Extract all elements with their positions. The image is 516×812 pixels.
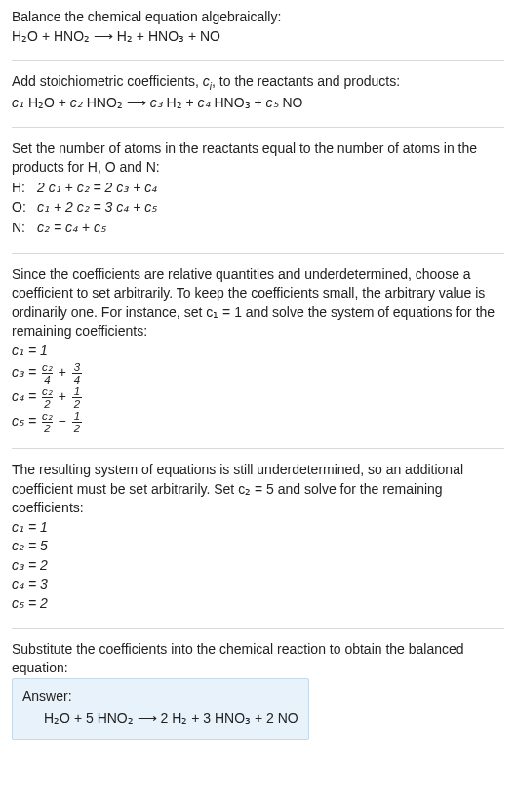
intro-text: Since the coefficients are relative quan…	[12, 265, 504, 342]
coef-c3: c₃ = c₂4 + 34	[12, 361, 504, 386]
equation: c₁ + 2 c₂ = 3 c₄ + c₅	[37, 198, 157, 218]
balance-row-o: O: c₁ + 2 c₂ = 3 c₄ + c₅	[12, 198, 504, 218]
balance-row-h: H: 2 c₁ + c₂ = 2 c₃ + c₄	[12, 179, 504, 198]
coefficient-equation: c₁ H₂O + c₂ HNO₂ ⟶ c₃ H₂ + c₄ HNO₃ + c₅ …	[12, 94, 504, 113]
section-atom-balance: Set the number of atoms in the reactants…	[12, 140, 504, 254]
t: H₂O +	[24, 95, 70, 110]
t: HNO₂ ⟶	[83, 95, 150, 110]
section-coefficients: Add stoichiometric coefficients, ci, to …	[12, 72, 504, 128]
unbalanced-equation: H₂O + HNO₂ ⟶ H₂ + HNO₃ + NO	[12, 27, 504, 47]
element-label: H:	[12, 179, 29, 198]
text: , to the reactants and products:	[212, 73, 400, 89]
coef-c5: c₅ = c₂2 − 12	[12, 410, 504, 434]
section-balance: Balance the chemical equation algebraica…	[12, 8, 504, 61]
c4: c₄	[198, 95, 211, 110]
fraction: c₂4	[42, 361, 53, 386]
element-label: O:	[12, 198, 29, 218]
op: −	[59, 413, 70, 428]
intro-text: Substitute the coefficients into the che…	[12, 640, 504, 678]
den: 2	[72, 422, 82, 434]
num: c₂	[42, 361, 53, 373]
c3: c₃	[150, 95, 163, 110]
equation: 2 c₁ + c₂ = 2 c₃ + c₄	[37, 179, 157, 198]
section-answer: Substitute the coefficients into the che…	[12, 640, 504, 740]
coef-c2: c₂ = 5	[12, 537, 504, 556]
intro-text: Set the number of atoms in the reactants…	[12, 140, 504, 178]
coef-c3: c₃ = 2	[12, 556, 504, 576]
coef-c5: c₅ = 2	[12, 594, 504, 614]
den: 2	[42, 422, 52, 434]
num: 1	[74, 410, 80, 422]
fraction: 12	[72, 410, 82, 434]
intro-text: Add stoichiometric coefficients, ci, to …	[12, 72, 504, 94]
coef-c1: c₁ = 1	[12, 342, 504, 361]
fraction: c₂2	[42, 410, 53, 434]
intro-text: Balance the chemical equation algebraica…	[12, 8, 504, 27]
coef-c4: c₄ = c₂2 + 12	[12, 386, 504, 410]
c: c	[203, 73, 210, 89]
lhs: c₃ =	[12, 364, 40, 380]
section-solve-first: Since the coefficients are relative quan…	[12, 265, 504, 449]
num: c₂	[42, 410, 53, 422]
text: Add stoichiometric coefficients,	[12, 73, 203, 89]
den: 4	[72, 373, 82, 386]
den: 2	[42, 397, 52, 410]
t: NO	[279, 95, 303, 110]
num: 3	[74, 361, 80, 373]
balanced-equation: H₂O + 5 HNO₂ ⟶ 2 H₂ + 3 HNO₃ + 2 NO	[22, 710, 298, 729]
c5: c₅	[266, 95, 279, 110]
intro-text: The resulting system of equations is sti…	[12, 461, 504, 518]
num: 1	[74, 386, 80, 397]
equation: c₂ = c₄ + c₅	[37, 219, 106, 238]
answer-title: Answer:	[22, 687, 298, 707]
c2: c₂	[70, 95, 83, 110]
t: HNO₃ +	[211, 95, 266, 110]
coef-c1: c₁ = 1	[12, 518, 504, 538]
fraction: c₂2	[42, 386, 53, 410]
c1: c₁	[12, 95, 24, 110]
element-label: N:	[12, 219, 29, 238]
den: 4	[42, 373, 52, 386]
op: +	[59, 388, 70, 404]
ci-symbol: ci	[203, 73, 212, 89]
answer-box: Answer: H₂O + 5 HNO₂ ⟶ 2 H₂ + 3 HNO₃ + 2…	[12, 678, 309, 740]
lhs: c₄ =	[12, 388, 40, 404]
t: H₂ +	[163, 95, 198, 110]
den: 2	[72, 397, 82, 410]
fraction: 34	[72, 361, 82, 386]
lhs: c₅ =	[12, 413, 40, 428]
balance-row-n: N: c₂ = c₄ + c₅	[12, 219, 504, 238]
op: +	[59, 364, 70, 380]
coef-c4: c₄ = 3	[12, 575, 504, 594]
fraction: 12	[72, 386, 82, 410]
num: c₂	[42, 386, 53, 397]
section-solve-second: The resulting system of equations is sti…	[12, 461, 504, 629]
